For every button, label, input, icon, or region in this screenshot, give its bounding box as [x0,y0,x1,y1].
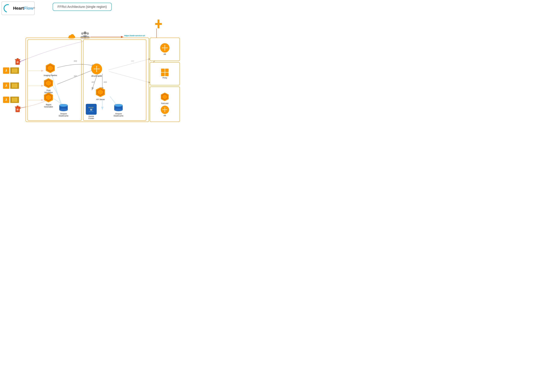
svg-point-25 [17,109,18,110]
report-generation-node: ReportGeneration [44,92,53,108]
svg-marker-43 [96,71,97,72]
diagram-container: https://web-service-url 443 443 443 [0,18,181,129]
svg-point-38 [59,104,68,107]
left-pipeline-box [27,39,81,121]
elb-prd-apidb-label: elb-prd-apidb [91,75,102,77]
svg-rect-23 [17,106,19,107]
lambda-3-icon: λ [3,97,9,103]
sqs-2-icon [10,82,19,89]
frontend-label: front end [161,102,168,104]
lambda-1-icon: λ [3,67,9,74]
logo-text: HeartFlow® [13,6,35,11]
svg-point-37 [59,109,68,111]
elasticache-right-label: AmazonElastiCache [114,113,123,117]
sqs-2 [10,82,19,89]
svg-marker-66 [164,107,165,108]
proxy-label: Proxy [162,77,167,79]
svg-marker-41 [99,68,100,69]
fluid-simulation-node: FluidSimulation [44,78,53,94]
svg-rect-18 [17,58,19,59]
svg-marker-57 [164,45,165,46]
elb-prd-apidb-icon [91,63,102,74]
lambda-3: λ [3,97,9,103]
imaging-pipeline-node: Imaging Pipeline [44,62,57,76]
logo-circle-icon [2,3,13,14]
aurora-cluster-label: AuroraCluster [88,115,94,119]
svg-marker-56 [164,50,165,51]
trash-1 [14,58,21,66]
url-text: https://web-service-url [124,34,145,37]
api-server-node: API Server [96,86,105,100]
lambda-1: λ [3,67,9,74]
lambda-2-icon: λ [3,82,9,89]
svg-marker-64 [162,109,163,110]
frontend-box: front end elb [150,86,180,122]
lambda-2: λ [3,82,9,89]
right-elb-top-box: elb [150,38,180,61]
svg-marker-63 [167,109,167,110]
api-server-label: API Server [96,98,105,100]
svg-point-20 [17,61,18,63]
elasticache-left-node: AmazonElastiCache [59,104,68,117]
logo: HeartFlow® [1,1,35,15]
right-elb-bottom-icon [161,106,169,114]
frontend-service: front end [161,92,169,104]
sqs-3 [10,97,19,103]
report-generation-label: ReportGeneration [44,104,53,108]
aurora-cluster-icon: MySQL M [86,104,97,115]
sqs-1-icon [10,67,19,74]
right-elb-top-label: elb [164,53,166,55]
elasticache-right-node: AmazonElastiCache [114,104,124,117]
proxy-icon [161,69,169,76]
svg-marker-42 [93,68,94,69]
svg-point-8 [81,32,84,35]
svg-point-51 [114,104,123,107]
elasticache-left-label: AmazonElastiCache [59,113,68,117]
right-elb-bottom-label: elb [164,115,166,117]
proxy-box: Proxy [150,62,180,86]
svg-marker-65 [164,111,165,112]
svg-marker-55 [162,47,163,48]
aurora-cluster-node: MySQL M AuroraCluster [86,104,97,119]
svg-point-10 [87,32,89,35]
right-panel: elb Proxy front end [150,38,180,122]
svg-point-50 [114,109,123,111]
imaging-pipeline-label: Imaging Pipeline [44,74,57,76]
trash-2 [14,105,21,113]
right-elb-bottom: elb [161,106,169,117]
right-elb-top-icon [160,43,169,53]
svg-point-6 [84,31,87,34]
sqs-1 [10,67,19,74]
architecture-title: FFRct Architecture (single region) [53,3,112,11]
elb-prd-apidb-node: elb-prd-apidb [91,63,102,77]
aws-cross-icon [155,19,162,28]
sqs-3-icon [10,97,19,103]
svg-marker-54 [167,47,168,48]
svg-marker-44 [96,66,97,67]
